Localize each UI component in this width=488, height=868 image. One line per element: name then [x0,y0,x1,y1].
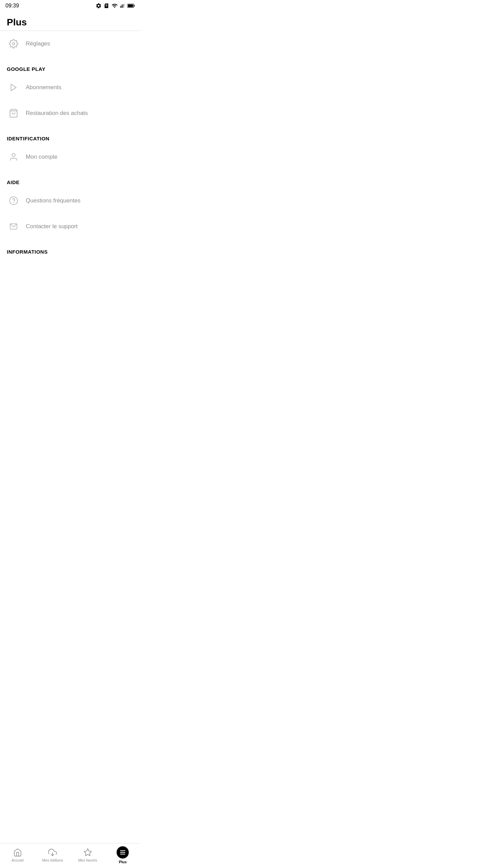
svg-rect-6 [128,4,133,7]
home-icon [13,848,22,857]
svg-marker-8 [11,84,16,91]
menu-item-support[interactable]: Contacter le support [0,214,140,239]
status-icons [96,3,135,9]
svg-rect-2 [122,5,123,8]
nav-item-mes-editions[interactable]: Mes éditions [35,848,70,862]
nav-item-plus[interactable]: Plus [105,846,141,864]
nav-mes-favoris-label: Mes favoris [78,858,97,862]
menu-item-restauration[interactable]: Restauration des achats [0,100,140,126]
plus-nav-circle [117,846,129,859]
svg-rect-1 [121,5,122,8]
svg-point-10 [12,154,15,157]
play-icon [7,81,20,94]
informations-header: INFORMATIONS [0,239,140,257]
faq-label: Questions fréquentes [26,197,81,204]
nav-item-mes-favoris[interactable]: Mes favoris [70,848,105,862]
menu-item-faq[interactable]: Questions fréquentes [0,188,140,214]
abonnements-label: Abonnements [26,84,61,91]
status-bar: 09:39 [0,0,140,12]
settings-status-icon [96,3,102,9]
svg-rect-0 [120,6,121,8]
question-icon [7,194,20,208]
svg-rect-3 [124,4,124,8]
nav-plus-label: Plus [119,860,127,864]
download-cloud-icon [48,848,57,857]
svg-rect-5 [134,5,135,6]
menu-icon [119,849,126,856]
support-label: Contacter le support [26,223,78,230]
nav-accueil-label: Accueil [12,858,23,862]
identification-header: IDENTIFICATION [0,126,140,144]
wifi-icon [111,3,118,9]
mon-compte-label: Mon compte [26,154,58,160]
bag-icon [7,106,20,120]
bottom-nav: Accueil Mes éditions Mes favoris Plus [0,843,140,868]
status-time: 09:39 [5,3,19,9]
mail-icon [7,220,20,233]
menu-item-reglages[interactable]: Réglages [0,31,140,57]
gear-icon [7,37,20,51]
menu-item-abonnements[interactable]: Abonnements [0,75,140,100]
svg-point-7 [13,43,15,45]
restauration-label: Restauration des achats [26,110,88,117]
svg-point-11 [9,197,17,204]
aide-header: AIDE [0,170,140,188]
battery-icon [127,3,135,8]
svg-marker-15 [84,849,92,856]
reglages-label: Réglages [26,40,50,47]
sim-status-icon [104,3,109,9]
nav-mes-editions-label: Mes éditions [42,858,63,862]
page-title: Plus [0,12,140,31]
nav-item-accueil[interactable]: Accueil [0,848,35,862]
menu-item-mon-compte[interactable]: Mon compte [0,144,140,170]
signal-icon [120,3,125,9]
star-icon [83,848,92,857]
google-play-header: GOOGLE PLAY [0,57,140,75]
user-icon [7,150,20,164]
